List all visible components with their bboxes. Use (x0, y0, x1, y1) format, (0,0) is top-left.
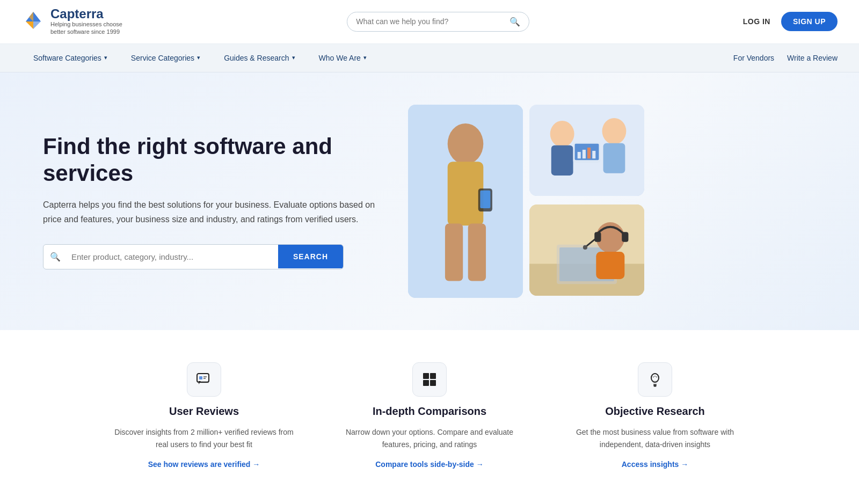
svg-point-14 (602, 118, 627, 144)
svg-rect-8 (468, 223, 486, 281)
feature-card-research: Objective Research Get the most business… (558, 362, 752, 469)
comparisons-desc: Narrow down your options. Compare and ev… (333, 426, 526, 452)
chevron-down-icon-software: ▾ (104, 54, 107, 61)
svg-point-5 (448, 123, 484, 164)
svg-rect-6 (448, 162, 484, 225)
svg-rect-7 (445, 223, 463, 281)
chat-review-icon (196, 371, 212, 388)
header-search-input[interactable] (356, 17, 506, 26)
research-title: Objective Research (605, 405, 705, 418)
feature-card-comparisons: In-depth Comparisons Narrow down your op… (333, 362, 526, 469)
header-search-area: 🔍 (144, 12, 732, 32)
hero-image-man-headset (529, 204, 644, 296)
nav-label-guides-research: Guides & Research (224, 54, 289, 62)
svg-rect-36 (423, 373, 429, 379)
user-reviews-title: User Reviews (169, 405, 239, 418)
nav-label-who-we-are: Who We Are (319, 54, 361, 62)
chevron-down-icon-who: ▾ (363, 54, 367, 61)
header-search-icon-button[interactable]: 🔍 (506, 17, 520, 27)
svg-rect-19 (583, 150, 586, 158)
feature-card-user-reviews: User Reviews Discover insights from 2 mi… (107, 362, 301, 469)
header-search-bar: 🔍 (347, 12, 529, 32)
svg-rect-38 (423, 380, 429, 386)
hero-title: Find the right software and services (43, 133, 376, 187)
hero-search-button[interactable]: SEARCH (278, 245, 343, 268)
comparisons-link[interactable]: Compare tools side-by-side → (375, 460, 483, 469)
research-link[interactable]: Access insights → (622, 460, 689, 469)
nav-right: For Vendors Write a Review (733, 54, 838, 62)
main-nav: Software Categories ▾ Service Categories… (0, 44, 859, 72)
hero-images (408, 105, 644, 298)
hero-search-bar: 🔍 SEARCH (43, 244, 344, 269)
svg-rect-31 (197, 374, 209, 382)
research-icon-wrap (638, 362, 672, 397)
nav-for-vendors[interactable]: For Vendors (733, 54, 774, 62)
svg-line-45 (657, 376, 657, 377)
svg-rect-15 (603, 143, 625, 173)
hero-image-woman-standing (408, 105, 523, 298)
features-section: User Reviews Discover insights from 2 mi… (0, 330, 859, 501)
logo-text-group: Capterra Helping businesses choose bette… (50, 8, 134, 36)
research-desc: Get the most business value from softwar… (558, 426, 752, 452)
svg-rect-39 (430, 380, 436, 386)
logo-tagline: Helping businesses choose better softwar… (50, 20, 134, 36)
nav-left: Software Categories ▾ Service Categories… (21, 44, 378, 72)
hero-image-laptop-meeting (529, 105, 644, 196)
nav-item-software-categories[interactable]: Software Categories ▾ (21, 44, 119, 72)
user-reviews-desc: Discover insights from 2 million+ verifi… (107, 426, 301, 452)
svg-line-44 (653, 376, 654, 377)
signup-button[interactable]: SIGN UP (781, 12, 838, 31)
svg-marker-2 (33, 21, 41, 29)
svg-point-12 (550, 121, 574, 147)
hero-subtitle: Capterra helps you find the best solutio… (43, 198, 376, 227)
capterra-logo-icon (21, 10, 45, 33)
comparisons-title: In-depth Comparisons (373, 405, 486, 418)
logo-name: Capterra (50, 8, 134, 20)
svg-rect-18 (578, 152, 581, 158)
svg-rect-27 (596, 252, 624, 279)
comparisons-icon-wrap (412, 362, 447, 397)
hero-search-input[interactable] (67, 245, 278, 269)
site-header: Capterra Helping businesses choose bette… (0, 0, 859, 44)
svg-rect-42 (654, 385, 657, 386)
nav-item-service-categories[interactable]: Service Categories ▾ (119, 44, 212, 72)
user-reviews-icon-wrap (187, 362, 221, 397)
svg-rect-37 (430, 373, 436, 379)
grid-comparison-icon (421, 371, 438, 388)
nav-label-software-categories: Software Categories (33, 54, 101, 62)
hero-search-icon: 🔍 (43, 252, 67, 262)
header-auth-area: LOG IN SIGN UP (743, 12, 838, 31)
svg-rect-33 (199, 376, 202, 379)
nav-item-guides-research[interactable]: Guides & Research ▾ (212, 44, 307, 72)
svg-rect-28 (594, 232, 601, 242)
hero-section: Find the right software and services Cap… (0, 72, 859, 330)
lightbulb-research-icon (647, 371, 663, 388)
svg-rect-29 (622, 232, 628, 242)
nav-item-who-we-are[interactable]: Who We Are ▾ (307, 44, 378, 72)
user-reviews-link[interactable]: See how reviews are verified → (148, 460, 260, 469)
nav-label-service-categories: Service Categories (131, 54, 194, 62)
logo-area[interactable]: Capterra Helping businesses choose bette… (21, 8, 134, 36)
svg-rect-13 (551, 145, 573, 175)
svg-marker-1 (26, 21, 33, 29)
chevron-down-icon-service: ▾ (197, 54, 200, 61)
hero-content: Find the right software and services Cap… (43, 133, 376, 269)
chevron-down-icon-guides: ▾ (292, 54, 295, 61)
svg-rect-10 (480, 190, 490, 208)
login-button[interactable]: LOG IN (743, 17, 770, 26)
nav-write-review[interactable]: Write a Review (787, 54, 838, 62)
svg-point-30 (583, 245, 587, 249)
svg-rect-21 (592, 151, 595, 158)
svg-rect-41 (653, 384, 657, 386)
svg-rect-20 (587, 147, 591, 158)
